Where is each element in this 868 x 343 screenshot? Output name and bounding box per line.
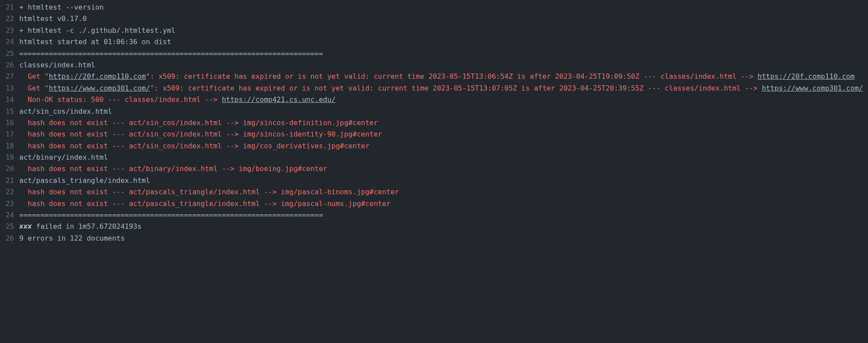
log-line[interactable]: 13 Get "https://www.comp301.com/": x509:… bbox=[0, 83, 868, 94]
log-line[interactable]: 23+ htmltest -c ./.github/.htmltest.yml bbox=[0, 25, 868, 36]
line-content: Non-OK status: 500 --- classes/index.htm… bbox=[19, 94, 868, 105]
log-output[interactable]: 21+ htmltest --version22htmltest v0.17.0… bbox=[0, 2, 868, 244]
log-line[interactable]: 21+ htmltest --version bbox=[0, 2, 868, 13]
log-link[interactable]: https://20f.comp110.com bbox=[758, 72, 855, 80]
line-number: 13 bbox=[0, 83, 19, 94]
log-link[interactable]: https://comp421.cs.unc.edu/ bbox=[222, 95, 335, 104]
log-text: hash does not exist --- act/sin_cos/inde… bbox=[19, 142, 370, 150]
line-content: htmltest v0.17.0 bbox=[19, 13, 868, 24]
line-number: 19 bbox=[0, 152, 19, 163]
log-line[interactable]: 17 hash does not exist --- act/sin_cos/i… bbox=[0, 129, 868, 140]
line-content: hash does not exist --- act/binary/index… bbox=[19, 163, 868, 175]
line-number: 21 bbox=[0, 175, 19, 186]
log-line[interactable]: 22 hash does not exist --- act/pascals_t… bbox=[0, 186, 868, 198]
log-line[interactable]: 21act/pascals_triangle/index.html bbox=[0, 175, 868, 186]
log-text: hash does not exist --- act/pascals_tria… bbox=[19, 188, 399, 196]
line-number: 15 bbox=[0, 106, 19, 117]
line-number: 18 bbox=[0, 140, 19, 152]
log-text: ✘✘✘ bbox=[19, 222, 32, 231]
line-content: act/binary/index.html bbox=[19, 152, 868, 163]
line-number: 24 bbox=[0, 36, 19, 48]
log-line[interactable]: 27 Get "https://20f.comp110.com": x509: … bbox=[0, 71, 868, 82]
line-number: 21 bbox=[0, 2, 19, 13]
line-number: 16 bbox=[0, 117, 19, 129]
line-content: Get "https://20f.comp110.com": x509: cer… bbox=[19, 71, 868, 82]
line-number: 27 bbox=[0, 71, 19, 82]
line-content: hash does not exist --- act/pascals_tria… bbox=[19, 186, 868, 198]
line-content: hash does not exist --- act/sin_cos/inde… bbox=[19, 129, 868, 140]
log-line[interactable]: 25✘✘✘ failed in 1m57.672024193s bbox=[0, 221, 868, 232]
log-text: hash does not exist --- act/binary/index… bbox=[19, 164, 327, 173]
log-line[interactable]: 14 Non-OK status: 500 --- classes/index.… bbox=[0, 94, 868, 105]
line-content: hash does not exist --- act/sin_cos/inde… bbox=[19, 140, 868, 152]
line-content: + htmltest -c ./.github/.htmltest.yml bbox=[19, 25, 868, 36]
line-content: ✘✘✘ failed in 1m57.672024193s bbox=[19, 221, 868, 232]
line-number: 20 bbox=[0, 163, 19, 175]
line-content: act/pascals_triangle/index.html bbox=[19, 175, 868, 186]
line-content: act/sin_cos/index.html bbox=[19, 106, 868, 117]
log-text: hash does not exist --- act/sin_cos/inde… bbox=[19, 130, 382, 138]
line-number: 26 bbox=[0, 60, 19, 71]
log-line[interactable]: 23 hash does not exist --- act/pascals_t… bbox=[0, 198, 868, 210]
log-line[interactable]: 20 hash does not exist --- act/binary/in… bbox=[0, 163, 868, 175]
log-line[interactable]: 19act/binary/index.html bbox=[0, 152, 868, 163]
log-text: Non-OK status: 500 --- classes/index.htm… bbox=[19, 95, 222, 104]
line-number: 23 bbox=[0, 198, 19, 210]
log-line[interactable]: 16 hash does not exist --- act/sin_cos/i… bbox=[0, 117, 868, 129]
line-content: + htmltest --version bbox=[19, 2, 868, 13]
log-text: ": x509: certificate has expired or is n… bbox=[150, 84, 762, 92]
log-text: failed in 1m57.672024193s bbox=[32, 222, 141, 231]
line-content: classes/index.html bbox=[19, 60, 868, 71]
line-content: hash does not exist --- act/pascals_tria… bbox=[19, 198, 868, 210]
line-number: 22 bbox=[0, 186, 19, 198]
log-text: ": x509: certificate has expired or is n… bbox=[146, 72, 758, 80]
line-number: 26 bbox=[0, 233, 19, 244]
log-text: Get " bbox=[19, 84, 49, 92]
log-text: hash does not exist --- act/sin_cos/inde… bbox=[19, 119, 378, 127]
log-line[interactable]: 269 errors in 122 documents bbox=[0, 233, 868, 244]
line-number: 14 bbox=[0, 94, 19, 105]
line-number: 23 bbox=[0, 25, 19, 36]
line-content: Get "https://www.comp301.com/": x509: ce… bbox=[19, 83, 868, 94]
log-line[interactable]: 18 hash does not exist --- act/sin_cos/i… bbox=[0, 140, 868, 152]
log-line[interactable]: 24htmltest started at 01:06:36 on dist bbox=[0, 36, 868, 48]
line-number: 25 bbox=[0, 221, 19, 232]
log-link[interactable]: https://www.comp301.com/ bbox=[49, 84, 150, 92]
line-number: 25 bbox=[0, 48, 19, 60]
log-text: hash does not exist --- act/pascals_tria… bbox=[19, 200, 391, 208]
line-content: ========================================… bbox=[19, 210, 868, 221]
log-link[interactable]: https://20f.comp110.com bbox=[49, 72, 146, 80]
log-line[interactable]: 25======================================… bbox=[0, 48, 868, 60]
log-text: Get " bbox=[19, 72, 49, 80]
line-number: 24 bbox=[0, 210, 19, 221]
log-line[interactable]: 26classes/index.html bbox=[0, 60, 868, 71]
line-content: ========================================… bbox=[19, 48, 868, 60]
line-content: hash does not exist --- act/sin_cos/inde… bbox=[19, 117, 868, 129]
line-content: 9 errors in 122 documents bbox=[19, 233, 868, 244]
log-line[interactable]: 24======================================… bbox=[0, 210, 868, 221]
line-content: htmltest started at 01:06:36 on dist bbox=[19, 36, 868, 48]
log-line[interactable]: 15act/sin_cos/index.html bbox=[0, 106, 868, 117]
line-number: 17 bbox=[0, 129, 19, 140]
log-line[interactable]: 22htmltest v0.17.0 bbox=[0, 13, 868, 24]
line-number: 22 bbox=[0, 13, 19, 24]
log-link[interactable]: https://www.comp301.com/ bbox=[762, 84, 863, 92]
